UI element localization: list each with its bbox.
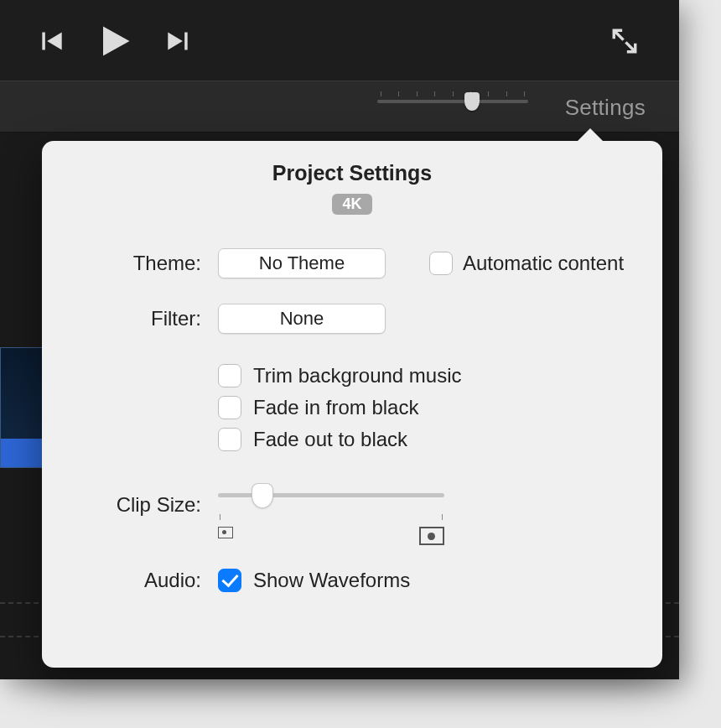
zoom-slider[interactable] [377,91,528,123]
playback-toolbar [0,0,679,81]
trim-background-music-checkbox[interactable] [218,364,241,387]
theme-select[interactable]: No Theme [218,248,386,278]
clip-size-large-icon [419,527,444,545]
svg-marker-2 [103,27,130,56]
filter-select[interactable]: None [218,304,386,334]
filter-label: Filter: [42,307,218,330]
next-icon[interactable] [166,29,189,53]
fade-out-checkbox[interactable] [218,428,241,451]
fade-out-label: Fade out to black [253,428,407,451]
play-icon[interactable] [97,23,132,59]
project-settings-popover: Project Settings 4K Theme: No Theme Auto… [42,141,662,668]
fade-in-label: Fade in from black [253,396,418,419]
popover-arrow [577,128,604,142]
expand-icon[interactable] [610,27,639,59]
show-waveforms-label: Show Waveforms [253,569,410,592]
show-waveforms-checkbox[interactable] [218,569,241,592]
trim-background-music-label: Trim background music [253,364,462,387]
clip-size-slider-thumb[interactable] [252,483,273,508]
svg-rect-4 [184,33,188,50]
svg-marker-3 [168,33,183,50]
previous-icon[interactable] [40,29,64,53]
popover-title: Project Settings [42,161,662,185]
clip-size-small-icon [218,527,233,538]
video-clip[interactable] [0,347,45,468]
clip-audio-waveform [1,439,44,467]
fade-in-checkbox[interactable] [218,396,241,419]
automatic-content-label: Automatic content [463,252,624,275]
clip-size-slider[interactable] [218,493,444,545]
zoom-slider-thumb[interactable] [464,92,480,111]
automatic-content-checkbox[interactable] [429,252,453,275]
clip-size-label: Clip Size: [42,493,218,517]
settings-button[interactable]: Settings [565,95,646,121]
resolution-badge: 4K [332,194,372,215]
audio-label: Audio: [42,569,218,592]
app-window: Settings Project Settings 4K Theme: No T… [0,0,679,679]
svg-rect-0 [42,33,45,50]
theme-label: Theme: [42,252,218,275]
timeline-toolbar: Settings [0,81,679,133]
svg-marker-1 [47,33,61,50]
